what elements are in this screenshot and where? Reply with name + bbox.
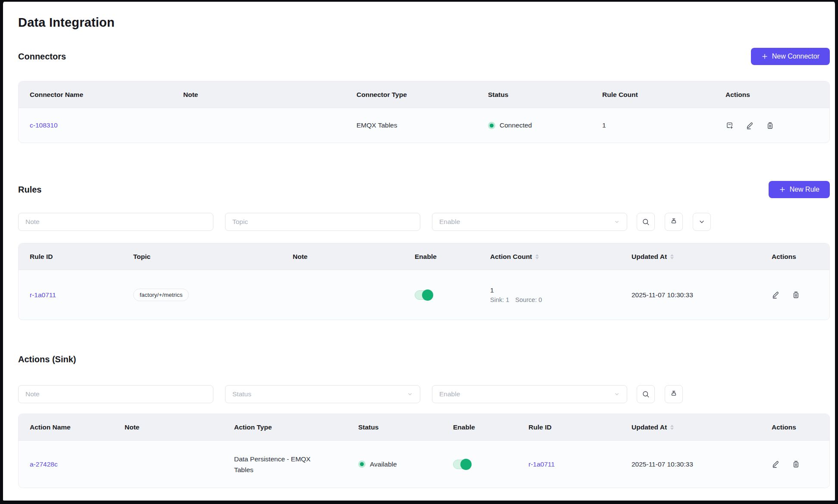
create-rule-button[interactable] [725, 121, 734, 130]
connector-actions-cell [714, 108, 829, 143]
actions-clear-filter-button[interactable] [665, 385, 683, 403]
source-count: Source: 0 [515, 296, 542, 304]
col-actions: Actions [760, 414, 829, 440]
actions-heading: Actions (Sink) [18, 352, 76, 366]
edit-icon [772, 291, 780, 299]
page-title: Data Integration [18, 15, 830, 30]
action-status-cell: Available [347, 441, 442, 488]
col-updated-at: Updated At [620, 243, 760, 270]
rules-enable-filter-select[interactable]: Enable [432, 213, 627, 231]
actions-table: Action Name Note Action Type Status Enab… [18, 414, 830, 488]
connectors-section-header: Connectors New Connector [18, 48, 830, 65]
connectors-table-header: Connector Name Note Connector Type Statu… [19, 81, 829, 108]
rule-id-link[interactable]: r-1a0711 [30, 291, 56, 299]
chevron-down-icon [407, 391, 413, 397]
action-actions-cell [760, 441, 829, 488]
rules-expand-filters-button[interactable] [693, 213, 711, 231]
col-actions: Actions [760, 243, 829, 270]
delete-rule-button[interactable] [792, 291, 800, 299]
plus-icon [761, 53, 768, 60]
col-updated-at: Updated At [620, 414, 760, 440]
rule-enable-toggle[interactable] [415, 290, 433, 300]
status-dot-icon [358, 460, 366, 468]
sort-action-count[interactable] [535, 254, 539, 259]
actions-status-filter-select[interactable]: Status [225, 385, 420, 403]
status-select-placeholder: Status [232, 390, 251, 398]
connector-rule-count-cell: 1 [591, 108, 714, 143]
actions-enable-filter-select[interactable]: Enable [432, 385, 627, 403]
toggle-knob [460, 459, 472, 470]
chevron-down-icon [614, 219, 620, 225]
topic-tag: factory/+/metrics [133, 289, 189, 301]
rule-enable-cell [403, 270, 479, 320]
edit-connector-button[interactable] [746, 121, 754, 130]
rules-note-filter-input[interactable] [18, 213, 213, 231]
action-enable-cell [442, 441, 517, 488]
rule-row-actions [772, 291, 800, 299]
delete-icon [792, 291, 800, 299]
col-enable: Enable [442, 414, 517, 440]
action-name-link[interactable]: a-27428c [30, 460, 58, 468]
status-dot-icon [488, 122, 495, 129]
clear-filter-icon [670, 390, 678, 398]
rules-topic-filter-input[interactable] [225, 213, 420, 231]
delete-action-button[interactable] [792, 460, 800, 468]
action-name-cell: a-27428c [19, 441, 113, 488]
clear-filter-icon [670, 218, 678, 226]
edit-rule-button[interactable] [772, 291, 780, 299]
rules-table-header: Rule ID Topic Note Enable Action Count U… [19, 243, 829, 270]
col-status: Status [477, 81, 591, 108]
action-enable-toggle[interactable] [453, 460, 471, 469]
app-window: Data Integration Connectors New Connecto… [0, 0, 838, 504]
chevron-down-icon [698, 218, 705, 225]
action-count-value: 1 [490, 286, 542, 294]
toggle-knob [422, 289, 433, 301]
actions-table-header: Action Name Note Action Type Status Enab… [19, 414, 829, 441]
actions-search-button[interactable] [637, 385, 655, 403]
sort-updated-at[interactable] [670, 425, 674, 430]
actions-filters: Status Enable [18, 385, 830, 403]
page-content: Data Integration Connectors New Connecto… [3, 2, 835, 488]
connector-status-cell: Connected [477, 108, 591, 143]
col-rule-count: Rule Count [591, 81, 714, 108]
rules-table: Rule ID Topic Note Enable Action Count U… [18, 243, 830, 320]
rule-action-count-cell: 1 Sink: 1 Source: 0 [479, 270, 620, 320]
connector-note-cell [172, 108, 345, 143]
col-topic: Topic [122, 243, 281, 270]
rules-search-button[interactable] [637, 213, 655, 231]
status-badge: Available [358, 460, 397, 468]
actions-section-header: Actions (Sink) [18, 352, 830, 366]
delete-icon [766, 121, 774, 130]
connector-name-link[interactable]: c-108310 [30, 121, 58, 129]
status-label: Connected [500, 121, 532, 129]
rule-row: r-1a0711 factory/+/metrics 1 Sink: 1 [19, 270, 829, 320]
new-rule-button[interactable]: New Rule [769, 181, 830, 198]
rules-clear-filter-button[interactable] [665, 213, 683, 231]
create-rule-icon [725, 121, 734, 130]
rules-heading: Rules [18, 183, 41, 196]
rule-id-link[interactable]: r-1a0711 [528, 460, 555, 468]
connector-row-actions [725, 121, 774, 130]
rules-filters: Enable [18, 213, 830, 231]
rule-topic-cell: factory/+/metrics [122, 270, 281, 320]
action-row: a-27428c Data Persistence - EMQX Tables … [19, 441, 829, 488]
plus-icon [779, 186, 786, 193]
edit-icon [746, 121, 754, 130]
col-note: Note [113, 414, 223, 440]
edit-action-button[interactable] [772, 460, 780, 468]
col-action-name: Action Name [19, 414, 113, 440]
sort-updated-at[interactable] [670, 254, 674, 259]
action-count-detail: Sink: 1 Source: 0 [490, 296, 542, 304]
chevron-down-icon [614, 391, 620, 397]
status-label: Available [370, 460, 397, 468]
delete-connector-button[interactable] [766, 121, 774, 130]
rule-note-cell [281, 270, 403, 320]
new-connector-button[interactable]: New Connector [751, 48, 830, 65]
col-connector-name: Connector Name [19, 81, 172, 108]
rule-id-cell: r-1a0711 [19, 270, 122, 320]
action-row-actions [772, 460, 800, 468]
actions-note-filter-input[interactable] [18, 385, 213, 403]
rule-updated-at-cell: 2025-11-07 10:30:33 [620, 270, 760, 320]
connector-name-cell: c-108310 [19, 108, 172, 143]
new-rule-label: New Rule [790, 186, 819, 193]
